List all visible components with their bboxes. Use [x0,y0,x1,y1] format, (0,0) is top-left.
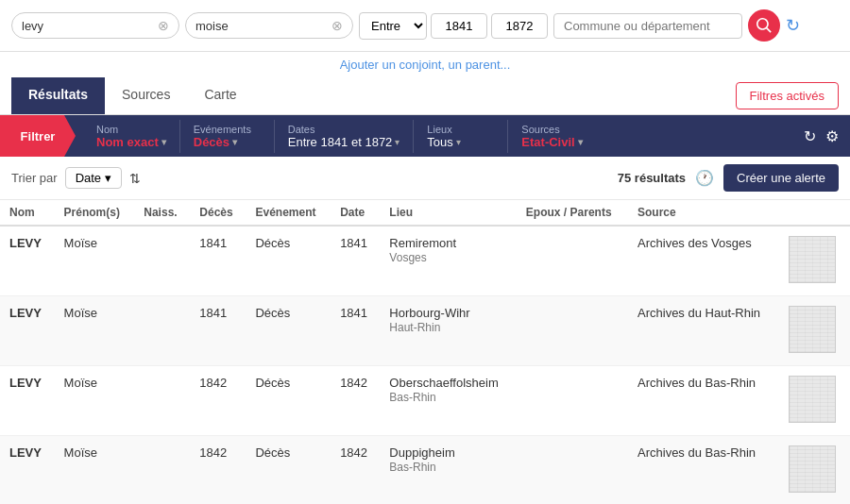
cell-prenom[interactable]: Moïse [55,296,135,366]
tabs-row: Résultats Sources Carte Filtres activés [0,77,850,115]
cell-evenement: Décès [246,366,331,436]
cell-thumbnail[interactable] [779,436,850,505]
cell-epoux [517,296,628,366]
nom-search-wrap: ⊗ [11,12,179,39]
col-header-naiss: Naiss. [134,200,190,226]
cell-naiss [134,366,190,436]
tabs: Résultats Sources Carte [11,77,254,114]
cell-nom: LEVY [0,436,55,505]
tab-resultats[interactable]: Résultats [11,77,105,114]
cell-nom: LEVY [0,226,55,296]
sort-date-button[interactable]: Date ▾ [65,167,122,189]
filter-dates[interactable]: Dates Entre 1841 et 1872 ▾ [275,120,415,153]
cell-nom: LEVY [0,366,55,436]
filter-sources[interactable]: Sources Etat-Civil ▾ [508,120,603,153]
cell-deces: 1842 [190,436,246,505]
sort-right: 75 résultats 🕐 Créer une alerte [618,164,839,192]
cell-deces: 1841 [190,226,246,296]
cell-thumbnail[interactable] [779,296,850,366]
result-thumbnail[interactable] [789,376,836,423]
cell-prenom[interactable]: Moïse [55,366,135,436]
entre-select[interactable]: Entre Après Avant [359,12,427,40]
table-row: LEVY Moïse 1842 Décès 1842 Oberschaeffol… [0,366,850,436]
filtres-actives-button[interactable]: Filtres activés [736,82,839,109]
filter-refresh-button[interactable]: ↻ [804,127,816,145]
year-from-input[interactable] [431,13,487,39]
cell-prenom[interactable]: Moïse [55,226,135,296]
search-bar: ⊗ ⊗ Entre Après Avant ↻ [0,0,850,52]
filter-evenements-label: Evénements [194,124,261,135]
cell-date: 1842 [331,366,380,436]
filter-items: Nom Nom exact ▾ Evénements Décès ▾ Dates… [76,120,792,153]
search-button[interactable] [748,9,780,42]
col-header-deces: Décès [190,200,246,226]
cell-thumbnail[interactable] [779,366,850,436]
filter-nom[interactable]: Nom Nom exact ▾ [83,120,180,153]
commune-input[interactable] [553,13,742,39]
result-thumbnail[interactable] [789,236,836,283]
result-thumbnail[interactable] [789,306,836,353]
cell-date: 1841 [331,226,380,296]
cell-thumbnail[interactable] [779,226,850,296]
table-row: LEVY Moïse 1842 Décès 1842 DuppigheimBas… [0,436,850,505]
col-header-lieu: Lieu [380,200,517,226]
cell-naiss [134,296,190,366]
cell-lieu: OberschaeffolsheimBas-Rhin [380,366,517,436]
nom-input[interactable] [22,19,154,33]
tab-carte[interactable]: Carte [187,77,253,114]
prenom-search-wrap: ⊗ [185,12,353,39]
filter-evenements-value: Décès ▾ [194,135,261,149]
nom-clear-icon[interactable]: ⊗ [158,18,169,33]
swap-icon[interactable]: ⇅ [129,171,141,186]
cell-lieu: RemiremontVosges [380,226,517,296]
table-row: LEVY Moïse 1841 Décès 1841 RemiremontVos… [0,226,850,296]
cell-source: Archives des Vosges [628,226,779,296]
results-count: 75 résultats [618,171,686,185]
filter-lieux[interactable]: Lieux Tous ▾ [414,120,508,153]
filter-dates-arrow: ▾ [395,137,400,147]
refresh-button[interactable]: ↻ [786,15,800,36]
prenom-clear-icon[interactable]: ⊗ [332,18,343,33]
col-header-date: Date [331,200,380,226]
create-alert-button[interactable]: Créer une alerte [723,164,839,192]
cell-evenement: Décès [246,296,331,366]
filter-evenements-arrow: ▾ [232,137,237,147]
sort-row: Trier par Date ▾ ⇅ 75 résultats 🕐 Créer … [0,157,850,200]
table-header-row: Nom Prénom(s) Naiss. Décès Evénement Dat… [0,200,850,226]
add-link[interactable]: Ajouter un conjoint, un parent... [0,52,850,77]
filter-dates-value: Entre 1841 et 1872 ▾ [288,135,400,149]
filter-evenements[interactable]: Evénements Décès ▾ [180,120,275,153]
results-table: Nom Prénom(s) Naiss. Décès Evénement Dat… [0,200,850,504]
results-count-value: 75 résultats [618,171,686,185]
cell-epoux [517,226,628,296]
tab-sources[interactable]: Sources [105,77,187,114]
filter-nom-value: Nom exact ▾ [96,135,166,149]
cell-date: 1842 [331,436,380,505]
cell-epoux [517,366,628,436]
year-to-input[interactable] [491,13,548,39]
cell-date: 1841 [331,296,380,366]
col-header-thumb [779,200,850,226]
result-thumbnail[interactable] [789,445,836,493]
filter-settings-button[interactable]: ⚙ [825,127,839,145]
filtrer-button[interactable]: Filtrer [0,115,76,157]
filter-sources-label: Sources [521,124,589,135]
history-button[interactable]: 🕐 [695,169,714,187]
col-header-source: Source [628,200,779,226]
sort-date-arrow: ▾ [105,171,111,185]
cell-nom: LEVY [0,296,55,366]
col-header-evenement: Evénement [246,200,331,226]
sort-label: Trier par [11,171,58,185]
cell-naiss [134,436,190,505]
cell-source: Archives du Haut-Rhin [628,296,779,366]
cell-deces: 1841 [190,296,246,366]
sort-date-label: Date [76,171,101,185]
cell-lieu: DuppigheimBas-Rhin [380,436,517,505]
cell-prenom[interactable]: Moïse [55,436,135,505]
filter-bar: Filtrer Nom Nom exact ▾ Evénements Décès… [0,115,850,157]
filter-nom-label: Nom [96,124,166,135]
cell-deces: 1842 [190,366,246,436]
filter-nom-arrow: ▾ [162,137,166,147]
prenom-input[interactable] [196,19,328,33]
cell-lieu: Horbourg-WihrHaut-Rhin [380,296,517,366]
